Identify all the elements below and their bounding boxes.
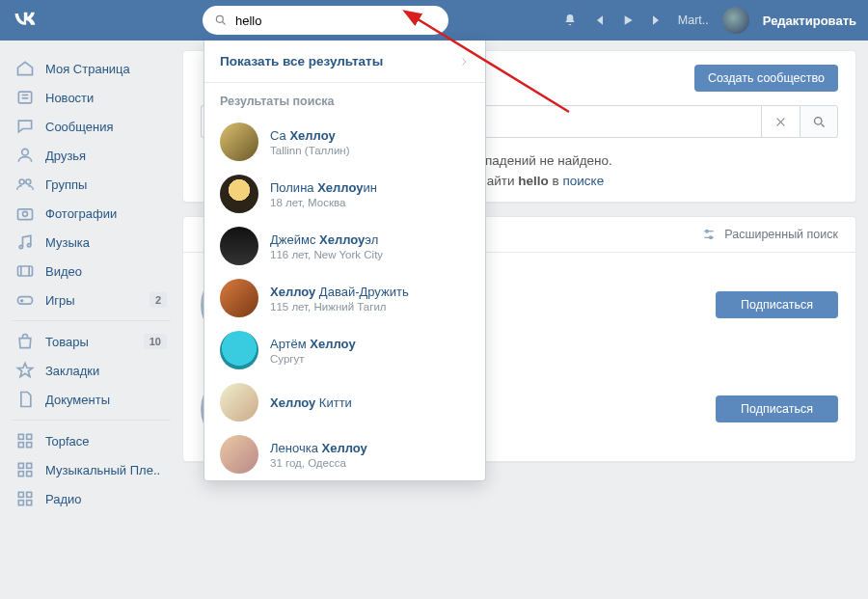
sidebar: Моя Страница Новости Сообщения Друзья Гр… [12, 50, 171, 513]
avatar[interactable] [722, 7, 749, 34]
svg-rect-17 [18, 434, 23, 439]
suggestion-name: Артём Хеллоу [270, 337, 356, 351]
nav-friends[interactable]: Друзья [12, 141, 171, 170]
nav-topface[interactable]: Topface [12, 426, 171, 455]
svg-rect-13 [18, 266, 33, 276]
users-icon [15, 175, 35, 194]
search-suggestion[interactable]: Хеллоу Китти [204, 376, 485, 428]
suggestion-location: 18 лет, Москва [270, 197, 377, 208]
subscribe-button[interactable]: Подписаться [716, 291, 838, 318]
svg-point-31 [814, 117, 822, 124]
svg-point-8 [26, 179, 31, 184]
suggestion-location: 116 лет, New York City [270, 249, 383, 260]
search-button[interactable] [800, 105, 838, 138]
search-input[interactable] [235, 14, 437, 28]
camera-icon [15, 204, 35, 223]
bell-icon[interactable] [562, 13, 578, 28]
nav-groups[interactable]: Группы [12, 170, 171, 199]
show-all-label: Показать все результаты [220, 54, 383, 68]
clear-button[interactable] [761, 105, 800, 138]
nav-label: Радио [45, 492, 82, 506]
search-icon [812, 115, 827, 129]
nav-radio[interactable]: Радио [12, 484, 171, 513]
filter-label: Расширенный поиск [724, 228, 838, 241]
svg-rect-24 [27, 472, 32, 476]
nav-games[interactable]: Игры2 [12, 286, 171, 314]
chevron-right-icon [458, 56, 470, 68]
svg-rect-28 [27, 501, 32, 505]
play-icon[interactable] [620, 13, 636, 28]
nav-video[interactable]: Видео [12, 257, 171, 286]
suggestion-location: 31 год, Одесса [270, 457, 367, 469]
nav-label: Закладки [45, 364, 99, 378]
nav-label: Новости [45, 91, 94, 105]
vk-logo[interactable] [12, 7, 39, 34]
nav-docs[interactable]: Документы [12, 385, 171, 414]
filter-icon [701, 227, 717, 242]
header-right: Mart.. Редактировать [562, 7, 856, 34]
svg-rect-14 [18, 297, 33, 305]
search-suggestion[interactable]: Леночка Хеллоу31 год, Одесса [204, 428, 485, 480]
video-icon [15, 261, 35, 281]
close-icon [774, 116, 787, 128]
nav-my-page[interactable]: Моя Страница [12, 54, 171, 83]
user-avatar [220, 175, 258, 213]
subscribe-button[interactable]: Подписаться [716, 395, 838, 422]
nav-market[interactable]: Товары10 [12, 327, 171, 356]
svg-rect-21 [18, 463, 23, 468]
search-suggestion[interactable]: Хеллоу Давай-Дружить115 лет, Нижний Таги… [204, 272, 485, 324]
nav-label: Видео [45, 264, 82, 279]
svg-rect-9 [18, 209, 33, 220]
suggestion-location: Сургут [270, 353, 356, 365]
search-icon [214, 14, 228, 27]
svg-line-32 [821, 123, 824, 126]
nav-music[interactable]: Музыка [12, 228, 171, 257]
svg-rect-23 [18, 472, 23, 476]
suggestion-name: Леночка Хеллоу [270, 441, 367, 455]
search-link[interactable]: поиске [562, 174, 604, 188]
bag-icon [15, 332, 35, 351]
suggestion-name: Полина Хеллоуин [270, 180, 377, 195]
svg-point-11 [19, 245, 22, 248]
nav-label: Товары [45, 335, 89, 349]
next-icon[interactable] [649, 13, 665, 28]
svg-rect-18 [27, 434, 32, 439]
svg-point-6 [22, 149, 29, 155]
user-name[interactable]: Mart.. [678, 14, 709, 27]
global-search[interactable] [203, 6, 448, 35]
star-icon [15, 361, 35, 380]
search-suggestion[interactable]: Артём ХеллоуСургут [204, 324, 485, 376]
nav-label: Фотографии [45, 206, 117, 221]
suggestion-name: Джеймс Хеллоуэл [270, 232, 383, 247]
nav-messages[interactable]: Сообщения [12, 112, 171, 141]
svg-rect-26 [27, 492, 32, 497]
svg-line-1 [223, 22, 226, 25]
nav-label: Документы [45, 393, 110, 407]
user-avatar [220, 279, 258, 317]
svg-point-0 [216, 15, 223, 22]
create-community-button[interactable]: Создать сообщество [694, 65, 838, 92]
news-icon [15, 88, 35, 107]
show-all-results[interactable]: Показать все результаты [204, 41, 485, 83]
nav-news[interactable]: Новости [12, 83, 171, 112]
badge: 2 [149, 292, 167, 308]
prev-icon[interactable] [591, 13, 607, 28]
nav-musicplayer[interactable]: Музыкальный Пле.. [12, 455, 171, 484]
gamepad-icon [15, 290, 35, 310]
svg-point-7 [19, 179, 24, 184]
nav-photos[interactable]: Фотографии [12, 199, 171, 228]
app-icon [15, 489, 35, 508]
section-label: Результаты поиска [204, 83, 485, 116]
separator [12, 320, 171, 321]
suggestion-location: 115 лет, Нижний Тагил [270, 301, 409, 313]
svg-rect-19 [18, 443, 23, 448]
search-suggestion[interactable]: Джеймс Хеллоуэл116 лет, New York City [204, 220, 485, 272]
nav-label: Группы [45, 177, 87, 192]
nav-bookmarks[interactable]: Закладки [12, 356, 171, 385]
search-suggestion[interactable]: Полина Хеллоуин18 лет, Москва [204, 168, 485, 220]
badge: 10 [144, 334, 167, 349]
nav-label: Музыка [45, 235, 90, 250]
edit-link[interactable]: Редактировать [763, 14, 856, 28]
search-suggestion[interactable]: Са ХеллоуTallinn (Таллин) [204, 116, 485, 168]
nav-label: Друзья [45, 149, 86, 163]
